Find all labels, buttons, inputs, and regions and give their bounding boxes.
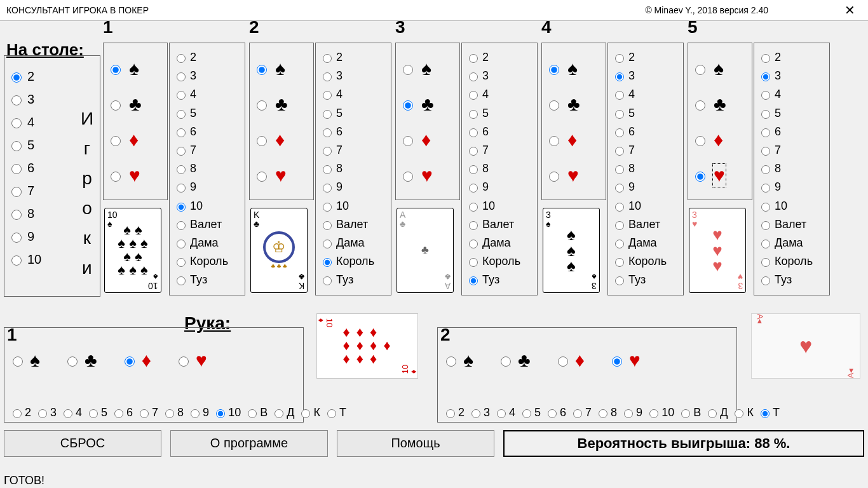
board-rank-option[interactable]: Туз [466,271,533,289]
hand-suit-option-diamond[interactable]: ♦ [121,349,151,371]
hand-rank-option[interactable]: 10 [646,406,674,419]
board-rank-option[interactable]: 5 [173,104,241,123]
hand-rank-option[interactable]: 8 [162,406,184,419]
hand-rank-option[interactable]: 7 [137,406,158,419]
board-rank-option[interactable]: 9 [173,178,241,196]
board-rank-option[interactable]: 7 [758,141,825,159]
board-rank-option[interactable]: 10 [173,197,241,215]
board-rank-option[interactable]: 6 [320,123,387,141]
hand-rank-option[interactable]: 4 [60,406,82,419]
board-rank-option[interactable]: 6 [173,123,241,141]
about-button[interactable]: О программе [170,430,328,457]
board-rank-option[interactable]: Туз [173,271,241,289]
board-rank-option[interactable]: 3 [320,67,387,85]
hand-rank-option[interactable]: Д [271,406,294,419]
board-rank-option[interactable]: 9 [320,178,387,196]
hand-rank-option[interactable]: К [731,406,754,419]
board-rank-option[interactable]: 9 [466,178,533,196]
board-suit-option-diamond[interactable]: ♦ [254,122,309,158]
board-rank-option[interactable]: 10 [466,197,533,215]
board-rank-option[interactable]: Валет [758,215,825,234]
board-suit-option-spade[interactable]: ♠ [107,51,163,86]
board-rank-option[interactable]: 7 [612,141,679,159]
board-suit-option-diamond[interactable]: ♦ [400,122,456,158]
board-rank-option[interactable]: 2 [466,48,533,67]
board-rank-option[interactable]: 4 [173,85,241,104]
board-suit-option-heart[interactable]: ♥ [107,158,163,193]
hand-suit-option-diamond[interactable]: ♦ [555,349,585,371]
board-rank-option[interactable]: 8 [173,159,241,178]
board-rank-option[interactable]: 5 [612,104,679,123]
board-rank-option[interactable]: 10 [758,197,825,215]
board-suit-option-heart[interactable]: ♥ [400,158,456,193]
hand-suit-option-spade[interactable]: ♠ [443,349,473,371]
hand-suit-option-club[interactable]: ♣ [498,349,531,371]
board-rank-option[interactable]: Дама [758,234,825,252]
board-suit-option-spade[interactable]: ♠ [254,51,309,86]
hand-rank-option[interactable]: Д [705,406,728,419]
board-rank-option[interactable]: 6 [466,123,533,141]
board-rank-option[interactable]: 8 [466,159,533,178]
player-count-option-2[interactable]: 2 [8,65,96,88]
board-rank-option[interactable]: 2 [758,48,825,67]
hand-rank-option[interactable]: В [245,406,268,419]
board-suit-option-heart[interactable]: ♥ [254,158,309,193]
close-icon[interactable]: ✕ [838,3,862,18]
hand-rank-option[interactable]: 9 [187,406,209,419]
board-rank-option[interactable]: 7 [320,141,387,159]
hand-rank-option[interactable]: 7 [570,406,592,419]
board-suit-option-club[interactable]: ♣ [254,86,309,122]
hand-rank-option[interactable]: 3 [35,406,57,419]
board-rank-option[interactable]: Дама [466,234,533,252]
board-rank-option[interactable]: Король [758,252,825,271]
board-rank-option[interactable]: 8 [758,159,825,178]
board-rank-option[interactable]: Валет [173,215,241,234]
board-rank-option[interactable]: 2 [173,48,241,67]
board-rank-option[interactable]: Валет [320,215,387,234]
reset-button[interactable]: СБРОС [4,430,161,457]
board-rank-option[interactable]: 5 [466,104,533,123]
hand-rank-option[interactable]: 10 [213,406,241,419]
board-rank-option[interactable]: 10 [612,197,679,215]
board-suit-option-club[interactable]: ♣ [692,86,748,122]
hand-rank-option[interactable]: 8 [595,406,617,419]
board-rank-option[interactable]: 10 [320,197,387,215]
board-suit-option-spade[interactable]: ♠ [546,51,602,86]
board-suit-option-heart[interactable]: ♥ [546,158,602,193]
board-rank-option[interactable]: Туз [320,271,387,289]
board-rank-option[interactable]: 3 [758,67,825,85]
board-rank-option[interactable]: 2 [612,48,679,67]
board-rank-option[interactable]: 4 [466,85,533,104]
board-rank-option[interactable]: Туз [612,271,679,289]
hand-rank-option[interactable]: Т [757,406,780,419]
hand-suit-option-club[interactable]: ♣ [64,349,97,371]
hand-rank-option[interactable]: 6 [545,406,566,419]
hand-suit-option-heart[interactable]: ♥ [175,349,207,371]
hand-rank-option[interactable]: 4 [494,406,515,419]
board-rank-option[interactable]: Валет [466,215,533,234]
hand-rank-option[interactable]: Т [324,406,346,419]
hand-rank-option[interactable]: 2 [443,406,465,419]
board-rank-option[interactable]: 4 [320,85,387,104]
board-suit-option-club[interactable]: ♣ [400,86,456,122]
board-rank-option[interactable]: Валет [612,215,679,234]
board-rank-option[interactable]: Король [173,252,241,271]
board-rank-option[interactable]: 5 [758,104,825,123]
board-rank-option[interactable]: Король [466,252,533,271]
board-suit-option-club[interactable]: ♣ [107,86,163,122]
board-suit-option-club[interactable]: ♣ [546,86,602,122]
hand-rank-option[interactable]: 5 [86,406,107,419]
board-suit-option-spade[interactable]: ♠ [692,51,748,86]
board-rank-option[interactable]: 6 [612,123,679,141]
hand-rank-option[interactable]: 9 [621,406,642,419]
hand-rank-option[interactable]: В [678,406,701,419]
board-rank-option[interactable]: 4 [612,85,679,104]
board-rank-option[interactable]: 8 [612,159,679,178]
board-rank-option[interactable]: 8 [320,159,387,178]
board-rank-option[interactable]: Дама [320,234,387,252]
board-suit-option-spade[interactable]: ♠ [400,51,456,86]
board-rank-option[interactable]: 4 [758,85,825,104]
board-rank-option[interactable]: 3 [173,67,241,85]
board-rank-option[interactable]: Туз [758,271,825,289]
board-rank-option[interactable]: 7 [173,141,241,159]
